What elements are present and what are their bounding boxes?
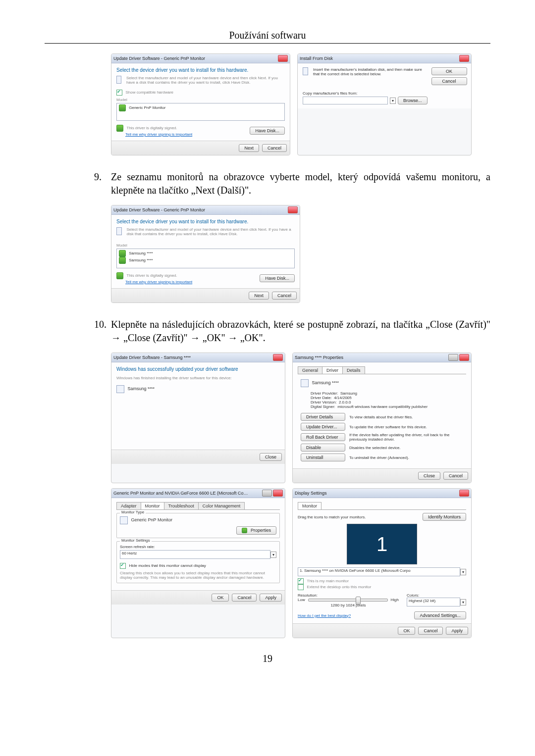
help-icon[interactable] bbox=[448, 354, 458, 361]
shield-icon bbox=[242, 528, 247, 533]
monitor-preview[interactable]: 1 bbox=[347, 524, 417, 564]
dialog-install-from-disk: Install From Disk Insert the manufacture… bbox=[297, 53, 472, 155]
shield-icon bbox=[116, 125, 123, 132]
tab-monitor[interactable]: Monitor bbox=[298, 502, 321, 509]
dialog-update-driver-1: Update Driver Software - Generic PnP Mon… bbox=[111, 53, 290, 155]
model-listbox[interactable]: Samsung **** Samsung **** bbox=[116, 249, 295, 268]
disable-button[interactable]: Disable bbox=[301, 444, 345, 452]
label: Digital Signer: bbox=[311, 404, 335, 409]
msg-text: Insert the manufacturer's installation d… bbox=[313, 67, 428, 76]
close-icon[interactable] bbox=[459, 354, 469, 361]
show-compatible-checkbox[interactable] bbox=[116, 90, 122, 96]
dropdown-arrow-icon[interactable]: ▾ bbox=[270, 552, 276, 558]
page-title: Používání softwaru bbox=[45, 30, 490, 41]
extend-desktop-label: Extend the desktop onto this monitor bbox=[307, 585, 372, 589]
cancel-button[interactable]: Cancel bbox=[431, 77, 467, 85]
extend-desktop-checkbox[interactable] bbox=[298, 584, 304, 590]
shield-icon bbox=[119, 104, 126, 111]
advanced-button[interactable]: Advanced Settings... bbox=[414, 611, 466, 619]
close-icon[interactable] bbox=[278, 55, 288, 62]
display-dropdown[interactable]: 1. Samsung **** on NVIDIA GeForce 6600 L… bbox=[298, 567, 460, 576]
resolution-slider[interactable] bbox=[308, 599, 388, 602]
hide-modes-checkbox[interactable] bbox=[120, 563, 126, 569]
desc: To view details about the driver files. bbox=[349, 415, 463, 419]
rollback-button[interactable]: Roll Back Driver bbox=[301, 433, 345, 441]
window-title: Install From Disk bbox=[300, 56, 458, 61]
identify-button[interactable]: Identify Monitors bbox=[423, 513, 466, 521]
next-button[interactable]: Next bbox=[239, 144, 259, 152]
desc-text: Select the manufacturer and model of you… bbox=[126, 76, 285, 85]
dropdown-arrow-icon[interactable]: ▾ bbox=[460, 599, 466, 605]
group-title: Monitor Type bbox=[120, 510, 146, 514]
dropdown-arrow-icon[interactable]: ▾ bbox=[460, 569, 466, 575]
have-disk-button[interactable]: Have Disk... bbox=[250, 127, 285, 135]
tab-monitor[interactable]: Monitor bbox=[141, 502, 164, 509]
close-button[interactable]: Close bbox=[260, 453, 282, 461]
close-icon[interactable] bbox=[273, 490, 283, 497]
window-title: Display Settings bbox=[295, 491, 458, 496]
dropdown-arrow-icon[interactable]: ▾ bbox=[390, 98, 396, 104]
disk-icon bbox=[116, 227, 122, 235]
close-icon[interactable] bbox=[459, 490, 469, 497]
tab-adapter[interactable]: Adapter bbox=[116, 502, 141, 509]
cancel-button[interactable]: Cancel bbox=[272, 292, 297, 300]
close-button[interactable]: Close bbox=[418, 472, 440, 480]
drag-text: Drag the icons to match your monitors. bbox=[298, 515, 366, 519]
tab-details[interactable]: Details bbox=[342, 366, 365, 374]
page-rule bbox=[45, 43, 490, 44]
properties-button[interactable]: Properties bbox=[236, 526, 276, 535]
have-disk-button[interactable]: Have Disk... bbox=[260, 274, 295, 282]
dialog-driver-properties: Samsung **** Properties General Driver D… bbox=[292, 353, 472, 483]
refresh-dropdown[interactable]: 60 Hertz bbox=[120, 550, 270, 559]
desc: Disables the selected device. bbox=[349, 446, 463, 450]
shield-icon bbox=[119, 257, 126, 264]
disk-icon bbox=[116, 76, 121, 84]
model-item: Samsung **** bbox=[129, 258, 153, 262]
uninstall-button[interactable]: Uninstall bbox=[301, 454, 345, 461]
apply-button[interactable]: Apply bbox=[260, 594, 282, 602]
colors-dropdown[interactable]: Highest (32 bit) bbox=[407, 598, 460, 606]
cancel-button[interactable]: Cancel bbox=[443, 472, 468, 480]
shield-icon bbox=[116, 272, 123, 279]
copy-from-label: Copy manufacturer's files from: bbox=[303, 91, 428, 96]
next-button[interactable]: Next bbox=[249, 292, 269, 300]
signed-link[interactable]: Tell me why driver signing is important bbox=[125, 132, 192, 137]
close-icon[interactable] bbox=[288, 206, 298, 213]
close-icon[interactable] bbox=[459, 55, 469, 62]
tab-colour-mgmt[interactable]: Color Management bbox=[198, 502, 245, 509]
disk-icon bbox=[303, 67, 308, 75]
cancel-button[interactable]: Cancel bbox=[262, 144, 287, 152]
driver-details-button[interactable]: Driver Details bbox=[301, 413, 345, 421]
help-icon[interactable] bbox=[262, 490, 272, 497]
main-monitor-checkbox[interactable] bbox=[298, 578, 304, 584]
close-icon[interactable] bbox=[273, 354, 283, 361]
cancel-button[interactable]: Cancel bbox=[418, 627, 443, 635]
slider-thumb[interactable] bbox=[356, 597, 361, 605]
tab-driver[interactable]: Driver bbox=[322, 366, 343, 374]
step-number: 10. bbox=[94, 318, 111, 345]
ok-button[interactable]: OK bbox=[212, 594, 229, 602]
label: Driver Date: bbox=[311, 396, 332, 400]
window-title: Update Driver Software - Samsung **** bbox=[113, 355, 272, 360]
update-driver-button[interactable]: Update Driver... bbox=[301, 423, 345, 431]
cancel-button[interactable]: Cancel bbox=[232, 594, 257, 602]
step-text: Klepněte na následujících obrazovkách, k… bbox=[111, 318, 490, 345]
model-listbox[interactable]: Generic PnP Monitor bbox=[116, 103, 285, 121]
show-compatible-label: Show compatible hardware bbox=[126, 90, 174, 95]
heading: Select the device driver you want to ins… bbox=[116, 67, 285, 73]
best-display-link[interactable]: How do I get the best display? bbox=[298, 613, 351, 618]
signed-link[interactable]: Tell me why driver signing is important bbox=[125, 280, 192, 284]
label: Driver Provider: bbox=[311, 391, 338, 396]
tab-troubleshoot[interactable]: Troubleshoot bbox=[164, 502, 199, 509]
tab-general[interactable]: General bbox=[298, 366, 322, 374]
apply-button[interactable]: Apply bbox=[446, 627, 468, 635]
item-name: Samsung **** bbox=[128, 386, 155, 391]
window-title: Samsung **** Properties bbox=[295, 355, 447, 360]
value: Samsung bbox=[340, 391, 357, 396]
browse-button[interactable]: Browse... bbox=[398, 97, 428, 104]
path-input[interactable] bbox=[303, 97, 388, 104]
ok-button[interactable]: OK bbox=[398, 627, 415, 635]
res-value: 1280 by 1024 pixels bbox=[298, 603, 399, 607]
main-monitor-label: This is my main monitor bbox=[307, 579, 349, 583]
ok-button[interactable]: OK bbox=[431, 67, 467, 75]
